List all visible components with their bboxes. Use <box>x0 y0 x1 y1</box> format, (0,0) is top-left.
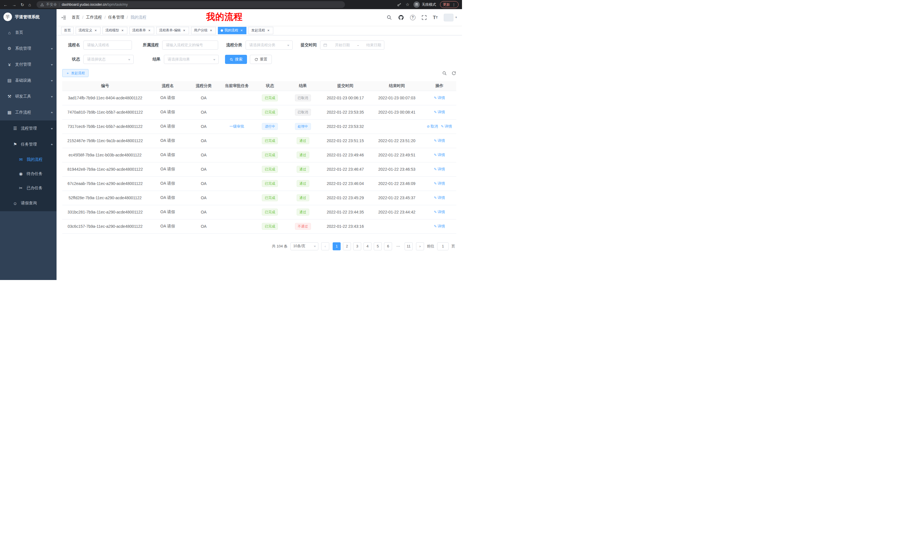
page-button-3[interactable]: 3 <box>353 242 361 250</box>
sidebar-item-10[interactable]: ✂已办任务 <box>0 181 57 195</box>
sidebar-item-2[interactable]: ¥支付管理▾ <box>0 57 57 72</box>
browser-menu-icon[interactable]: ⋮ <box>452 3 456 7</box>
page-ellipsis[interactable]: ⋯ <box>394 242 402 250</box>
close-icon[interactable]: × <box>209 28 213 33</box>
page-button-1[interactable]: 1 <box>333 242 340 250</box>
detail-link[interactable]: ✎详情 <box>434 210 445 214</box>
chevron-down-icon: ▾ <box>51 79 53 82</box>
table-row: ec45f38f-7b9a-11ec-b03b-acde48001122OA 请… <box>62 148 456 162</box>
detail-link[interactable]: ✎详情 <box>434 153 445 157</box>
detail-link[interactable]: ✎详情 <box>434 196 445 200</box>
definition-input[interactable]: 请输入流程定义的编号 <box>162 40 218 49</box>
detail-link[interactable]: ✎详情 <box>434 138 445 143</box>
goto-page-input[interactable] <box>437 242 448 250</box>
detail-link[interactable]: ✎详情 <box>434 181 445 186</box>
password-key-icon[interactable] <box>397 2 402 7</box>
sidebar-item-7[interactable]: ⚑任务管理▾ <box>0 136 57 153</box>
sidebar-item-4[interactable]: ⚒研发工具▾ <box>0 88 57 105</box>
result-badge: 已取消 <box>295 109 311 115</box>
tab-0[interactable]: 首页 <box>61 27 74 34</box>
search-button[interactable]: 搜索 <box>225 55 247 64</box>
sidebar-item-3[interactable]: ▤基础设施▾ <box>0 72 57 88</box>
table-row: 67c2eaab-7b9a-11ec-a290-acde48001122OA 请… <box>62 177 456 191</box>
breadcrumb-item[interactable]: 首页 <box>72 15 80 20</box>
reset-button[interactable]: 重置 <box>250 55 272 64</box>
result-select[interactable]: 请选择流结果▾ <box>164 55 219 64</box>
tab-4[interactable]: 流程表单-编辑× <box>156 27 189 34</box>
detail-link[interactable]: ✎详情 <box>434 224 445 228</box>
sidebar-item-9[interactable]: ◉待办任务 <box>0 167 57 181</box>
detail-icon: ✎ <box>434 96 436 100</box>
show-search-icon[interactable] <box>442 71 447 76</box>
page-button-6[interactable]: 6 <box>384 242 392 250</box>
bookmark-star-icon[interactable]: ☆ <box>406 2 410 7</box>
detail-link[interactable]: ✎详情 <box>434 96 445 100</box>
browser-back-icon[interactable]: ← <box>3 3 8 7</box>
fullscreen-icon[interactable] <box>422 15 427 20</box>
date-range-input[interactable]: 开始日期 - 结束日期 <box>320 40 384 49</box>
cell-actions: ✎详情 <box>423 219 456 234</box>
close-icon[interactable]: × <box>266 28 270 33</box>
sidebar-item-8[interactable]: ✉我的流程 <box>0 153 57 167</box>
browser-home-icon[interactable]: ⌂ <box>28 3 31 7</box>
warning-icon <box>40 3 44 7</box>
category-select[interactable]: 请选择流程分类▾ <box>246 40 292 49</box>
detail-link[interactable]: ✎详情 <box>434 167 445 171</box>
sidebar-item-label: 系统管理 <box>15 46 31 51</box>
breadcrumb-item[interactable]: 任务管理 <box>108 15 124 20</box>
current-task-link[interactable]: 一级审批 <box>229 124 244 129</box>
sidebar-item-0[interactable]: ⌂首页 <box>0 24 57 40</box>
detail-link[interactable]: ✎详情 <box>441 124 452 129</box>
breadcrumb-item[interactable]: 工作流程 <box>86 15 102 20</box>
create-process-button[interactable]: ＋ 发起流程 <box>62 69 88 77</box>
tab-1[interactable]: 流程定义× <box>76 27 100 34</box>
chevron-down-icon: ▾ <box>51 95 53 98</box>
sidebar-item-5[interactable]: ▦工作流程▾ <box>0 105 57 120</box>
status-select[interactable]: 请选择状态▾ <box>83 55 134 64</box>
font-size-icon[interactable]: TT <box>433 15 438 20</box>
close-icon[interactable]: × <box>182 28 186 33</box>
prev-page-button[interactable]: ‹ <box>321 242 329 250</box>
filter-row-1: 流程名 请输入流程名 所属流程 请输入流程定义的编号 流程分类 请选择流程分类▾… <box>62 40 456 49</box>
chevron-up-icon: ▾ <box>51 111 53 114</box>
page-button-4[interactable]: 4 <box>363 242 372 250</box>
address-bar[interactable]: 不安全 dashboard.yudao.iocoder.cn/bpm/task/… <box>36 1 345 8</box>
collapse-menu-icon[interactable] <box>61 15 66 20</box>
cell-actions: ✎详情 <box>423 191 456 205</box>
help-icon[interactable]: ? <box>410 15 416 20</box>
page-button-2[interactable]: 2 <box>343 242 351 250</box>
chevron-down-icon: ▾ <box>128 58 130 61</box>
tab-6[interactable]: 我的流程× <box>218 27 246 34</box>
user-avatar[interactable]: ▼ <box>444 14 458 21</box>
logo-row[interactable]: 芋 芋道管理系统 <box>0 9 57 24</box>
close-icon[interactable]: × <box>120 28 124 33</box>
search-icon[interactable] <box>386 15 392 20</box>
devtools-icon: ⚒ <box>6 94 13 99</box>
tab-7[interactable]: 发起流程× <box>248 27 273 34</box>
detail-link[interactable]: ✎详情 <box>434 110 445 114</box>
tab-2[interactable]: 流程模型× <box>102 27 128 34</box>
refresh-table-icon[interactable] <box>452 71 456 76</box>
tab-5[interactable]: 用户分组× <box>191 27 216 34</box>
column-header-4: 状态 <box>254 81 286 91</box>
cancel-link[interactable]: ⊘取消 <box>427 124 438 129</box>
tab-3[interactable]: 流程表单× <box>129 27 154 34</box>
close-icon[interactable]: × <box>94 28 98 33</box>
chevron-down-icon: ▾ <box>51 63 53 66</box>
github-icon[interactable] <box>398 15 404 21</box>
sidebar-item-6[interactable]: ☰流程管理▾ <box>0 120 57 136</box>
close-icon[interactable]: × <box>147 28 152 33</box>
page-button-5[interactable]: 5 <box>374 242 382 250</box>
next-page-button[interactable]: › <box>416 242 424 250</box>
close-icon[interactable]: × <box>240 28 244 33</box>
name-input[interactable]: 请输入流程名 <box>83 40 132 49</box>
page-size-select[interactable]: 10条/页 ▾ <box>290 242 318 250</box>
sidebar-item-1[interactable]: ⚙系统管理▾ <box>0 40 57 57</box>
sidebar-item-11[interactable]: ☺请假查询 <box>0 195 57 211</box>
browser-refresh-icon[interactable]: ↻ <box>21 3 24 7</box>
page-button-11[interactable]: 11 <box>405 242 412 250</box>
system-gear-icon: ⚙ <box>6 46 13 51</box>
cell-submit-time: 2022-01-22 23:46:04 <box>320 177 371 191</box>
update-chip[interactable]: 更新 ⋮ <box>440 1 459 8</box>
browser-forward-icon[interactable]: → <box>12 3 16 7</box>
